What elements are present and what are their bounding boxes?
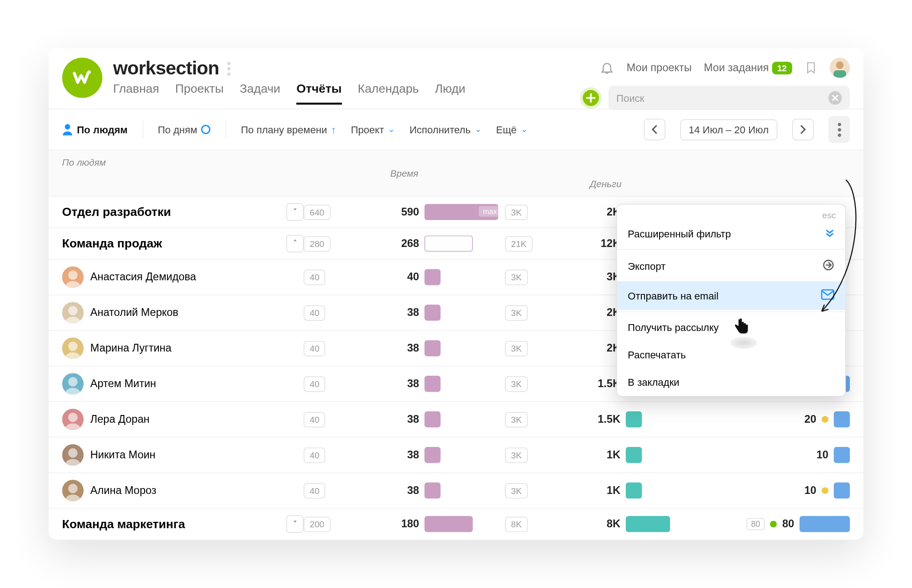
filter-assignee[interactable]: Исполнитель ⌄ <box>409 124 481 135</box>
tab-home[interactable]: Главная <box>113 82 159 105</box>
money-plan: 21K <box>505 236 532 252</box>
expand-toggle[interactable]: ˅ <box>286 203 304 220</box>
circle-icon <box>201 125 211 134</box>
money-plan: 3K <box>505 305 528 320</box>
brand-menu-dots[interactable] <box>227 61 231 75</box>
member-avatar <box>62 444 84 466</box>
search-placeholder: Поиск <box>616 92 644 104</box>
clear-search-icon[interactable] <box>828 91 842 104</box>
tab-people[interactable]: Люди <box>435 82 466 105</box>
actions-popup: esc Расширенный фильтр Экспорт Отправить… <box>616 204 846 396</box>
time-actual: 180 <box>364 518 425 530</box>
chevron-down-icon: ⌄ <box>475 125 482 134</box>
popup-send-email[interactable]: Отправить на email <box>617 281 845 310</box>
svg-point-4 <box>65 124 70 129</box>
search-input[interactable]: Поиск <box>608 86 850 110</box>
money-actual: 1K <box>566 449 626 461</box>
group-row[interactable]: Команда маркетинга ˅ 200 180 8K 8K 8080 <box>49 509 864 540</box>
brand-logo[interactable] <box>62 58 102 98</box>
time-actual: 590 <box>364 206 425 218</box>
money-bar <box>626 446 642 462</box>
time-plan: 280 <box>304 236 330 252</box>
expand-toggle[interactable]: ˄ <box>286 235 304 252</box>
member-name: Анастасия Демидова <box>90 271 196 283</box>
tab-tasks[interactable]: Задачи <box>240 82 280 105</box>
tab-calendar[interactable]: Календарь <box>358 82 419 105</box>
money-plan: 3K <box>505 269 528 285</box>
brand-name: worksection <box>113 58 219 79</box>
time-actual: 38 <box>364 306 425 318</box>
mail-icon <box>821 289 834 302</box>
money-plan: 8K <box>505 516 528 532</box>
filter-more[interactable]: Ещё ⌄ <box>496 124 528 135</box>
popup-bookmarks[interactable]: В закладки <box>617 368 845 395</box>
tab-reports[interactable]: Отчёты <box>296 82 341 105</box>
filter-bar: По людям По дням По плану времени ↑ Прое… <box>49 109 864 150</box>
cursor-shadow <box>730 336 757 348</box>
col-time: Время <box>304 168 505 178</box>
header-right: Мои проекты Мои задания 12 Поиск <box>580 58 850 110</box>
group-name: Команда маркетинга <box>62 517 185 531</box>
popup-advanced-filter[interactable]: Расширенный фильтр <box>617 220 845 247</box>
time-actual: 38 <box>364 378 425 389</box>
time-plan: 40 <box>304 341 325 356</box>
member-name: Лера Доран <box>90 413 150 425</box>
member-avatar <box>62 409 84 430</box>
bookmark-icon[interactable] <box>804 59 818 75</box>
time-actual: 40 <box>364 271 425 283</box>
chevron-right-icon <box>800 125 807 134</box>
svg-point-0 <box>87 70 90 74</box>
time-plan: 40 <box>304 447 325 463</box>
task-bar <box>834 482 850 498</box>
member-row[interactable]: Алина Мороз 40 38 3K 1K 10 <box>49 473 864 509</box>
money-plan: 3K <box>505 205 528 220</box>
money-actual: 8K <box>566 518 626 530</box>
popup-export[interactable]: Экспорт <box>617 251 845 281</box>
bell-icon[interactable] <box>600 60 614 75</box>
member-name: Никита Моин <box>90 449 156 461</box>
time-plan: 640 <box>304 205 330 220</box>
member-name: Марина Лугтина <box>90 342 172 354</box>
money-plan: 3K <box>505 341 528 356</box>
add-button[interactable] <box>580 87 602 109</box>
col-money: Деньги <box>505 178 706 189</box>
group-name: Команда продаж <box>62 236 162 251</box>
member-avatar <box>62 373 84 394</box>
member-avatar <box>62 337 84 359</box>
more-actions-button[interactable] <box>828 116 850 143</box>
filter-by-people[interactable]: По людям <box>62 123 128 135</box>
time-plan: 40 <box>304 376 325 392</box>
money-plan: 3K <box>505 376 528 392</box>
money-plan: 3K <box>505 412 528 427</box>
date-prev-button[interactable] <box>644 119 665 140</box>
expand-toggle[interactable]: ˅ <box>286 515 304 532</box>
group-name: Отдел разработки <box>62 205 171 219</box>
money-plan: 3K <box>505 483 528 499</box>
date-range[interactable]: 14 Июл – 20 Июл <box>680 119 778 140</box>
time-plan: 40 <box>304 412 325 427</box>
chevron-double-down-icon <box>825 228 835 239</box>
money-actual: 1K <box>566 484 626 496</box>
popup-esc-hint[interactable]: esc <box>617 205 845 220</box>
filter-by-days[interactable]: По дням <box>158 124 211 135</box>
popup-subscribe[interactable]: Получить рассылку <box>617 313 845 341</box>
time-plan: 40 <box>304 269 325 285</box>
task-count-badge: 12 <box>772 62 792 74</box>
member-avatar <box>62 479 84 501</box>
cursor-hand-icon <box>732 316 750 335</box>
filter-project[interactable]: Проект ⌄ <box>351 124 395 135</box>
chevron-down-icon: ⌄ <box>521 125 528 134</box>
time-plan: 200 <box>304 516 330 532</box>
link-my-projects[interactable]: Мои проекты <box>627 62 692 74</box>
time-actual: 38 <box>364 484 425 496</box>
header: worksection Главная Проекты Задачи Отчёт… <box>49 48 864 104</box>
member-row[interactable]: Лера Доран 40 38 3K 1.5K 20 <box>49 402 864 437</box>
tab-projects[interactable]: Проекты <box>175 82 224 105</box>
member-row[interactable]: Никита Моин 40 38 3K 1K 10 <box>49 437 864 473</box>
date-next-button[interactable] <box>792 119 813 140</box>
worksection-icon <box>71 66 94 89</box>
filter-by-plan[interactable]: По плану времени ↑ <box>241 124 336 135</box>
link-my-tasks[interactable]: Мои задания 12 <box>704 62 792 74</box>
app-window: worksection Главная Проекты Задачи Отчёт… <box>49 48 864 540</box>
user-avatar[interactable] <box>830 58 850 78</box>
